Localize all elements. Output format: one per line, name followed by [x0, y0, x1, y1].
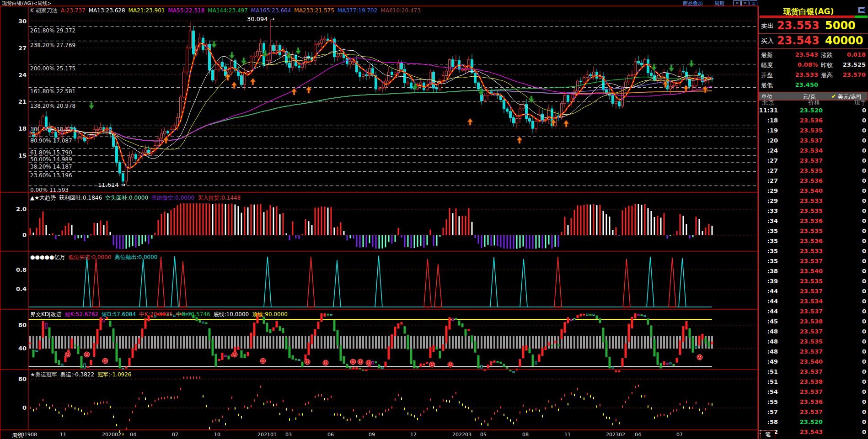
buy-arrow-icon [250, 78, 256, 85]
prev-close: 23.525 [836, 61, 866, 68]
indicator-value-label: 冠军:-1.0926 [97, 371, 131, 378]
buy-sell-ratio-bar [760, 16, 868, 18]
trade-row[interactable]: :4423.5340 [759, 296, 868, 307]
svg-text:15: 15 [18, 152, 27, 159]
trading-terminal: 现货白银(AG)<周线> 商品叠加 周期 ⇦ ⇨ ◫ 3027242118152… [0, 0, 868, 439]
indicator-value-label: 短D:57.6084 [102, 311, 136, 317]
change-pct: 0.08% [779, 61, 818, 68]
trade-row[interactable]: :5423.5370 [759, 387, 868, 397]
trade-row[interactable]: :3523.5360 [759, 236, 868, 246]
x-axis-label: 202302 [606, 432, 625, 438]
trade-row[interactable]: :4823.5370 [759, 327, 868, 337]
trade-row[interactable]: :5723.5370 [759, 407, 868, 417]
trade-row[interactable]: :3523.5330 [759, 246, 868, 256]
stat-row: 最新 23.543 涨跌 0.018 [759, 50, 868, 60]
indicator-value-label: MA13:23.628 [89, 7, 125, 14]
trade-row[interactable]: :5523.5360 [759, 397, 868, 407]
x-axis-label: 07 [172, 432, 178, 438]
buy-spike [520, 259, 527, 307]
buy-arrow-icon [467, 118, 473, 125]
smiley-signal-icon [429, 362, 435, 367]
indicator-value-label: 中D:70.5746 [176, 311, 210, 317]
trade-row[interactable]: :3323.5350 [759, 206, 868, 216]
svg-text:80: 80 [18, 376, 27, 382]
indicator-value-label: MA144:23.497 [208, 7, 248, 14]
indicator-value-label: 顶线:90.0000 [252, 311, 288, 317]
signal-arrows [89, 41, 708, 143]
buy-arrow-icon [563, 120, 569, 127]
trade-row[interactable]: :4423.5370 [759, 286, 868, 296]
trade-row[interactable]: :2923.5330 [759, 196, 868, 206]
x-axis-label: 11 [60, 432, 66, 438]
sell-qty: 5000 [825, 19, 856, 32]
buy-spike [375, 256, 382, 307]
trade-row[interactable]: :3823.5400 [759, 266, 868, 276]
trade-row[interactable]: :3523.5350 [759, 226, 868, 236]
trade-row[interactable]: 11:3123.5200 [759, 106, 868, 116]
trade-row[interactable]: :2723.5350 [759, 166, 868, 176]
indicator-value-label: MA377:19.702 [338, 7, 378, 14]
buy-spike [171, 256, 178, 307]
x-axis-label: 04 [130, 432, 136, 438]
trade-row[interactable]: :3423.5360 [759, 216, 868, 226]
x-axis-label: 05 [480, 432, 487, 438]
x-axis-label: 201908 [18, 432, 37, 438]
sell-arrow-icon [651, 64, 657, 71]
trade-row[interactable]: :4923.5400 [759, 357, 868, 367]
buy-arrow-icon [517, 137, 522, 143]
fib-level-label: 50.00% 14.989 [30, 156, 72, 163]
indicator-value-label: ●●●●●亿万 [30, 254, 65, 260]
svg-text:24: 24 [18, 72, 27, 79]
trade-row[interactable]: :1923.5350 [759, 126, 868, 136]
fib-level-label: 161.80% 22.581 [30, 88, 75, 95]
indicator-value-label: 短K:52.6762 [65, 311, 99, 317]
trade-row[interactable]: :2923.5400 [759, 186, 868, 196]
trade-row[interactable]: :4423.5370 [759, 307, 868, 317]
sell-arrow-icon [211, 41, 217, 48]
low-price: 23.450 [779, 81, 818, 88]
sell-spike [434, 264, 442, 307]
maximize-icon[interactable] [858, 7, 865, 13]
trade-row[interactable]: :2423.5340 [759, 146, 868, 156]
trade-row[interactable]: :3923.5350 [759, 276, 868, 286]
trade-row[interactable]: :2723.5370 [759, 156, 868, 166]
buy-row[interactable]: 买入 23.543 40000 [759, 34, 868, 49]
trade-row[interactable]: :2023.5370 [759, 136, 868, 146]
smiley-signal-icon [366, 360, 371, 365]
buy-spike [83, 257, 91, 307]
smiley-signal-icon [102, 358, 108, 364]
trade-row[interactable]: :2723.5360 [759, 176, 868, 186]
fib-level-label: 23.60% 13.196 [30, 172, 72, 179]
trade-row[interactable]: :3523.5370 [759, 256, 868, 266]
sell-row[interactable]: 卖出 23.553 5000 [759, 19, 868, 34]
fib-level-label: 238.20% 27.769 [30, 42, 75, 48]
sell-spike [92, 259, 100, 307]
trade-row[interactable]: :4823.5350 [759, 337, 868, 347]
x-axis-label: 202002 [102, 432, 121, 438]
buy-spike [333, 260, 341, 307]
smiley-signal-icon [305, 359, 310, 365]
x-axis-label: 10 [214, 432, 220, 438]
trade-row[interactable]: :4823.5370 [759, 347, 868, 357]
stat-row: 开盘 23.533 最高 23.570 [759, 70, 868, 80]
x-axis-label: 07 [676, 432, 683, 438]
panel2-spikes: 0.80.4 [16, 256, 758, 307]
x-axis-label: 08 [522, 432, 529, 438]
trade-row[interactable]: :5123.5380 [759, 377, 868, 387]
x-axis-label: 202203 [452, 432, 472, 438]
indicator-value-label: A:23.737 [61, 7, 86, 14]
smiley-signal-icon [323, 360, 328, 365]
indicator-value-label: 买入持货:0.1448 [198, 195, 241, 201]
trade-row[interactable]: :4523.5380 [759, 317, 868, 327]
trade-row[interactable]: :5823.5200 [759, 417, 868, 427]
sell-arrow-icon [478, 89, 484, 95]
sell-arrow-icon [229, 52, 235, 59]
svg-text:0.4: 0.4 [16, 286, 27, 292]
trade-row[interactable]: :5123.5370 [759, 367, 868, 377]
svg-text:21: 21 [18, 98, 27, 105]
tab-pen[interactable]: 笔 [761, 430, 775, 439]
buy-spike [679, 258, 686, 307]
x-axis-label: 04 [635, 432, 641, 438]
trade-row[interactable]: :1823.5360 [759, 116, 868, 126]
svg-text:40: 40 [18, 345, 27, 352]
